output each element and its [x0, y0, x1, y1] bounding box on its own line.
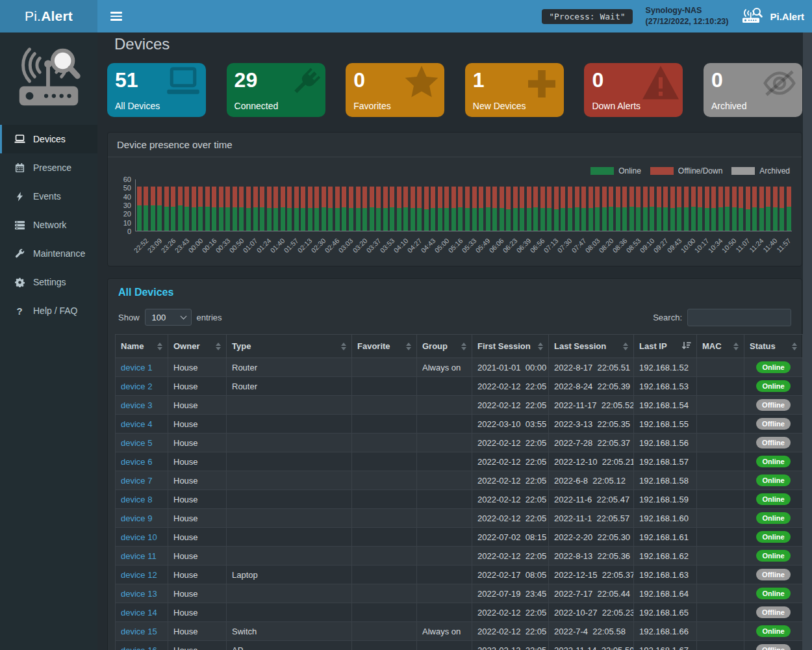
- card-label: Connected: [235, 101, 279, 111]
- column-header-group[interactable]: Group: [417, 335, 472, 358]
- legend-offline[interactable]: Offline/Down: [650, 166, 722, 176]
- column-header-favorite[interactable]: Favorite: [352, 335, 417, 358]
- cell-last-ip: 192.168.1.64: [634, 584, 697, 603]
- column-header-last-session[interactable]: Last Session: [549, 335, 634, 358]
- summary-cards: 51 All Devices 29 Connected 0 Favorites …: [107, 63, 802, 117]
- status-badge: Online: [756, 625, 790, 637]
- cell-mac: [697, 622, 744, 641]
- device-link[interactable]: device 6: [121, 457, 152, 467]
- device-link[interactable]: device 5: [121, 438, 152, 448]
- column-header-name[interactable]: Name: [116, 335, 168, 358]
- sidebar-item-devices[interactable]: Devices: [0, 125, 97, 153]
- card-down-alerts[interactable]: 0 Down Alerts: [584, 63, 683, 117]
- card-value: 29: [235, 69, 318, 92]
- device-link[interactable]: device 13: [121, 589, 157, 599]
- cell-owner: House: [168, 415, 227, 434]
- nav-app-brand[interactable]: Pi.Alert: [741, 7, 804, 26]
- status-badge: Online: [756, 493, 790, 505]
- sidebar-item-settings[interactable]: Settings: [0, 268, 97, 296]
- sidebar: Devices Presence Events Network Maintena…: [0, 32, 97, 650]
- status-badge: Online: [756, 456, 790, 467]
- chart-bar: [759, 187, 764, 231]
- legend-archived[interactable]: Archived: [731, 166, 790, 176]
- cell-last-ip: 192.168.1.59: [634, 490, 697, 509]
- table-row: device 3House2022-02-12 22:052022-11-17 …: [116, 396, 803, 415]
- device-link[interactable]: device 9: [121, 514, 152, 523]
- device-link[interactable]: device 2: [121, 382, 152, 391]
- presence-chart-panel: Device presence over time Online Offline…: [107, 132, 802, 266]
- card-favorites[interactable]: 0 Favorites: [346, 63, 444, 117]
- column-header-type[interactable]: Type: [227, 335, 352, 358]
- chart-bar: [746, 187, 750, 231]
- cell-first-session: 2022-02-17 08:05: [472, 566, 549, 584]
- chart-bar: [657, 187, 661, 231]
- card-all-devices[interactable]: 51 All Devices: [107, 63, 206, 117]
- chart-bar: [663, 187, 668, 231]
- table-row: device 13House2022-07-19 23:452022-7-17 …: [116, 584, 803, 603]
- card-archived[interactable]: 0 Archived: [704, 63, 802, 117]
- column-header-last-ip[interactable]: Last IP: [634, 335, 697, 358]
- cell-owner: House: [168, 471, 227, 490]
- card-connected[interactable]: 29 Connected: [227, 63, 325, 117]
- devices-table: NameOwnerTypeFavoriteGroupFirst SessionL…: [115, 334, 803, 650]
- sidebar-item-label: Help / FAQ: [33, 306, 77, 316]
- column-header-status[interactable]: Status: [744, 335, 803, 358]
- chart-bar: [506, 187, 511, 231]
- cell-type: [227, 509, 352, 528]
- cell-type: [227, 452, 352, 471]
- sidebar-item-maintenance[interactable]: Maintenance: [0, 239, 97, 268]
- cell-last-session: 2022-12-15 22:05.37: [549, 566, 634, 584]
- table-title: All Devices: [108, 279, 802, 298]
- y-tick-label: 60: [109, 176, 131, 183]
- sidebar-item-help[interactable]: ? Help / FAQ: [0, 296, 97, 325]
- status-badge: Offline: [756, 569, 791, 580]
- y-tick-label: 20: [109, 210, 131, 218]
- page-scrollbar[interactable]: [803, 32, 812, 650]
- column-header-first-session[interactable]: First Session: [472, 335, 549, 358]
- chart-bar: [356, 187, 361, 231]
- chart-bar: [787, 187, 791, 231]
- brand-logo[interactable]: Pi.Alert: [0, 0, 97, 32]
- table-row: device 5House2022-02-12 22:052022-7-28 2…: [116, 434, 803, 452]
- legend-online[interactable]: Online: [590, 166, 641, 176]
- card-new-devices[interactable]: 1 New Devices: [465, 63, 564, 117]
- cell-favorite: [352, 396, 417, 415]
- sidebar-item-presence[interactable]: Presence: [0, 153, 97, 182]
- chart-bar: [267, 187, 272, 231]
- chart-bar: [643, 187, 648, 231]
- device-link[interactable]: device 8: [121, 495, 152, 504]
- host-timestamp: (27/12/2022, 12:10:23): [646, 16, 729, 27]
- bolt-icon: [14, 192, 25, 202]
- status-badge: Offline: [756, 437, 791, 448]
- sidebar-item-events[interactable]: Events: [0, 182, 97, 211]
- cell-favorite: [352, 452, 417, 471]
- y-tick-label: 0: [109, 228, 131, 235]
- sidebar-item-network[interactable]: Network: [0, 211, 97, 239]
- cell-last-session: 2022-7-4 22:05.58: [549, 622, 634, 641]
- cell-last-ip: 192.168.1.53: [634, 377, 697, 396]
- device-link[interactable]: device 10: [121, 532, 157, 542]
- hamburger-menu-icon[interactable]: [108, 8, 125, 25]
- device-link[interactable]: device 1: [121, 363, 152, 372]
- entries-select[interactable]: 100: [145, 309, 192, 326]
- chart-bar: [711, 187, 716, 231]
- status-badge: Offline: [756, 418, 791, 430]
- device-link[interactable]: device 7: [121, 476, 152, 486]
- cell-owner: House: [168, 584, 227, 603]
- cell-last-session: 2022-12-10 22:05.21: [549, 452, 634, 471]
- device-link[interactable]: device 16: [121, 645, 157, 650]
- device-link[interactable]: device 14: [121, 608, 157, 618]
- device-link[interactable]: device 15: [121, 627, 157, 636]
- chart-bar: [732, 187, 737, 231]
- column-header-mac[interactable]: MAC: [697, 335, 744, 358]
- host-info: Synology-NAS (27/12/2022, 12:10:23): [646, 5, 729, 27]
- cell-status: Offline: [744, 641, 803, 650]
- device-link[interactable]: device 11: [121, 551, 157, 561]
- device-link[interactable]: device 4: [121, 419, 152, 429]
- device-link[interactable]: device 12: [121, 570, 157, 580]
- device-link[interactable]: device 3: [121, 400, 152, 410]
- cell-last-session: 2022-8-24 22:05.39: [549, 377, 634, 396]
- column-header-owner[interactable]: Owner: [168, 335, 227, 358]
- chart-bar: [486, 187, 490, 231]
- search-input[interactable]: [687, 309, 791, 326]
